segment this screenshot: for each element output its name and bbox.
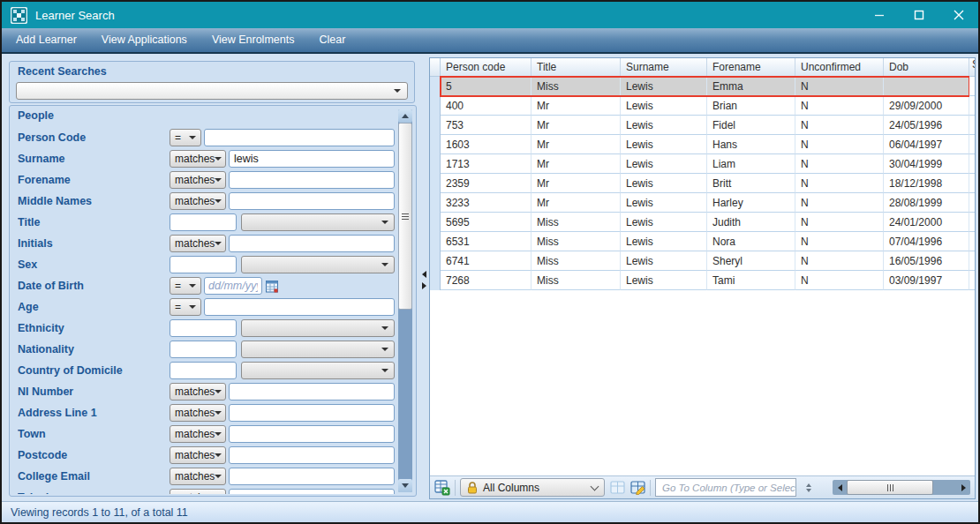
table-cell[interactable]: N bbox=[795, 116, 884, 135]
menu-view-enrolments[interactable]: View Enrolments bbox=[200, 28, 307, 52]
table-cell[interactable]: 24/01/2000 bbox=[884, 213, 969, 232]
table-cell[interactable]: 18/12/1998 bbox=[884, 174, 969, 193]
table-cell[interactable]: Miss bbox=[531, 213, 621, 232]
table-cell[interactable]: 29/09/2000 bbox=[884, 96, 969, 116]
table-cell[interactable]: 30/04/1999 bbox=[884, 154, 969, 174]
field-input[interactable] bbox=[204, 129, 395, 146]
table-cell[interactable]: Mr bbox=[531, 116, 621, 135]
table-cell[interactable]: 2359 bbox=[441, 174, 531, 193]
field-input[interactable] bbox=[204, 298, 395, 316]
operator-dropdown[interactable]: matches bbox=[170, 468, 226, 485]
scroll-left-button[interactable] bbox=[833, 480, 847, 495]
table-cell[interactable]: 28/08/1999 bbox=[884, 193, 969, 213]
table-row[interactable]: 6741MissLewisSherylN16/05/1996 bbox=[441, 251, 969, 271]
table-row[interactable]: 2359MrLewisBrittN18/12/1998 bbox=[441, 174, 969, 193]
table-cell[interactable]: Mr bbox=[531, 154, 621, 174]
column-header[interactable]: Person code bbox=[441, 58, 531, 77]
table-cell[interactable]: Lewis bbox=[621, 174, 707, 193]
value-dropdown[interactable] bbox=[241, 319, 395, 337]
table-cell[interactable]: Lewis bbox=[621, 77, 707, 96]
close-button[interactable] bbox=[939, 2, 978, 28]
table-cell[interactable]: Miss bbox=[531, 251, 621, 271]
table-cell[interactable]: Emma bbox=[707, 77, 795, 96]
table-cell[interactable]: 07/04/1996 bbox=[884, 232, 969, 251]
table-cell[interactable]: Lewis bbox=[621, 271, 707, 290]
all-columns-dropdown[interactable]: All Columns bbox=[460, 478, 605, 497]
table-cell[interactable]: N bbox=[795, 96, 884, 116]
table-cell[interactable]: 1713 bbox=[441, 154, 531, 174]
table-row[interactable]: 5695MissLewisJudithN24/01/2000 bbox=[441, 213, 969, 232]
edit-columns-icon[interactable] bbox=[629, 480, 645, 496]
column-header[interactable]: Title bbox=[531, 58, 621, 77]
goto-column-combobox[interactable]: Go To Column (Type or Select) bbox=[655, 478, 796, 497]
operator-dropdown[interactable]: matches bbox=[170, 404, 226, 422]
table-cell[interactable]: Britt bbox=[707, 174, 795, 193]
table-row[interactable]: 753MrLewisFidelN24/05/1996 bbox=[441, 116, 969, 135]
operator-dropdown[interactable]: = bbox=[170, 129, 201, 146]
scroll-right-button[interactable] bbox=[956, 480, 970, 495]
toolbar-resize-handle[interactable] bbox=[806, 483, 811, 492]
table-cell[interactable] bbox=[884, 77, 969, 96]
table-cell[interactable]: Lewis bbox=[621, 213, 707, 232]
table-row[interactable]: 7268MissLewisTamiN03/09/1997 bbox=[441, 271, 969, 290]
calendar-icon[interactable] bbox=[266, 280, 279, 293]
field-input[interactable] bbox=[229, 192, 395, 210]
field-input[interactable] bbox=[229, 383, 395, 400]
table-cell[interactable]: Judith bbox=[707, 213, 795, 232]
menu-view-applications[interactable]: View Applications bbox=[89, 28, 200, 52]
panel-splitter[interactable] bbox=[420, 271, 427, 289]
partial-column-header[interactable]: S bbox=[969, 58, 975, 77]
column-header[interactable]: Dob bbox=[884, 58, 969, 77]
column-layout-icon[interactable] bbox=[609, 480, 625, 496]
table-cell[interactable]: 5695 bbox=[441, 213, 531, 232]
table-cell[interactable]: Harley bbox=[707, 193, 795, 213]
column-header[interactable]: Surname bbox=[621, 58, 707, 77]
table-row[interactable]: 3233MrLewisHarleyN28/08/1999 bbox=[441, 193, 969, 213]
grid-horizontal-scrollbar[interactable] bbox=[833, 480, 970, 495]
scroll-down-button[interactable] bbox=[398, 479, 412, 492]
table-cell[interactable]: Lewis bbox=[621, 193, 707, 213]
value-dropdown[interactable] bbox=[241, 341, 395, 358]
table-cell[interactable]: N bbox=[795, 135, 884, 154]
table-cell[interactable]: 400 bbox=[441, 96, 531, 116]
column-header[interactable]: Forename bbox=[707, 58, 795, 77]
table-cell[interactable]: N bbox=[795, 193, 884, 213]
table-cell[interactable]: Miss bbox=[531, 232, 621, 251]
recent-searches-combobox[interactable] bbox=[16, 82, 408, 100]
table-cell[interactable]: 06/04/1997 bbox=[884, 135, 969, 154]
code-input[interactable] bbox=[170, 213, 237, 231]
table-cell[interactable]: Lewis bbox=[621, 251, 707, 271]
table-cell[interactable]: Lewis bbox=[621, 154, 707, 174]
table-cell[interactable]: 6531 bbox=[441, 232, 531, 251]
table-cell[interactable]: N bbox=[795, 77, 884, 96]
field-input[interactable] bbox=[229, 489, 395, 494]
minimize-button[interactable] bbox=[859, 2, 899, 28]
table-cell[interactable]: Miss bbox=[531, 77, 621, 96]
table-cell[interactable]: Liam bbox=[707, 154, 795, 174]
table-cell[interactable]: N bbox=[795, 213, 884, 232]
code-input[interactable] bbox=[170, 341, 237, 358]
value-dropdown[interactable] bbox=[241, 213, 395, 231]
table-cell[interactable]: N bbox=[795, 271, 884, 290]
field-input[interactable] bbox=[229, 150, 395, 168]
export-to-excel-icon[interactable] bbox=[434, 480, 450, 496]
table-cell[interactable]: Tami bbox=[707, 271, 795, 290]
table-cell[interactable]: Hans bbox=[707, 135, 795, 154]
field-input[interactable] bbox=[229, 171, 395, 189]
table-cell[interactable]: Brian bbox=[707, 96, 795, 116]
table-cell[interactable]: 03/09/1997 bbox=[884, 271, 969, 290]
table-cell[interactable]: Mr bbox=[531, 96, 621, 116]
scroll-up-button[interactable] bbox=[398, 109, 412, 123]
field-input[interactable] bbox=[229, 235, 395, 252]
table-cell[interactable]: Nora bbox=[707, 232, 795, 251]
menu-add-learner[interactable]: Add Learner bbox=[4, 28, 89, 52]
table-cell[interactable]: 16/05/1996 bbox=[884, 251, 969, 271]
people-vertical-scrollbar[interactable] bbox=[398, 109, 412, 492]
value-dropdown[interactable] bbox=[241, 256, 395, 273]
table-row[interactable]: 6531MissLewisNoraN07/04/1996 bbox=[441, 232, 969, 251]
table-row[interactable]: 400MrLewisBrianN29/09/2000 bbox=[441, 96, 969, 116]
table-cell[interactable]: Mr bbox=[531, 193, 621, 213]
field-input[interactable] bbox=[229, 425, 395, 443]
table-cell[interactable]: 24/05/1996 bbox=[884, 116, 969, 135]
code-input[interactable] bbox=[170, 256, 237, 273]
